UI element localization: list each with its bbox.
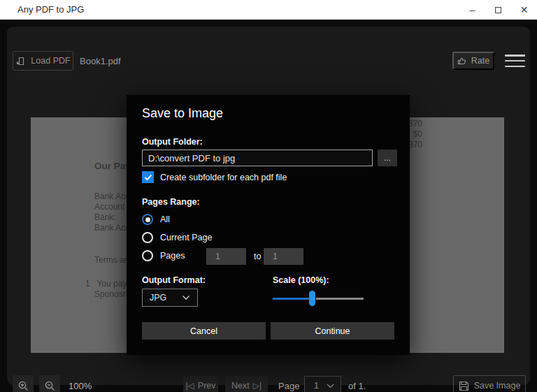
save-image-label: Save Image (474, 381, 521, 391)
radio-all-row[interactable]: All (142, 214, 170, 225)
output-format-select[interactable]: JPG (142, 289, 198, 307)
save-to-image-dialog: Save to Image Output Folder: ... Create … (127, 95, 410, 355)
scale-label: Scale (100%): (273, 275, 329, 285)
radio-current-page-row[interactable]: Current Page (142, 232, 212, 243)
rate-label: Rate (471, 56, 489, 66)
menu-icon (505, 55, 525, 57)
output-folder-label: Output Folder: (142, 137, 203, 147)
doc-amount: 370 (408, 119, 422, 129)
cancel-button[interactable]: Cancel (142, 322, 266, 340)
radio-all-label: All (160, 215, 170, 224)
next-icon: ▷| (253, 381, 262, 391)
window-title: Any PDF to JPG (17, 4, 84, 15)
window-controls: – ✕ (459, 0, 537, 20)
doc-line: Bank: (94, 212, 116, 222)
check-icon (144, 174, 152, 181)
prev-page-button[interactable]: |◁ Prev (183, 376, 218, 392)
close-button[interactable]: ✕ (511, 0, 537, 20)
page-number-value: 1 (314, 381, 319, 391)
pages-to-label: to (254, 252, 261, 261)
chevron-down-icon (327, 384, 334, 389)
zoom-out-icon (44, 380, 56, 392)
zoom-in-icon (17, 380, 29, 392)
format-value: JPG (150, 293, 166, 303)
load-pdf-button[interactable]: Load PDF (13, 51, 73, 71)
subfolder-checkbox[interactable] (142, 171, 154, 183)
minimize-button[interactable]: – (459, 0, 485, 20)
radio-pages[interactable] (142, 250, 153, 261)
subfolder-checkbox-row[interactable]: Create subfolder for each pdf file (142, 171, 287, 183)
zoom-level: 100% (69, 381, 92, 391)
slider-track-active[interactable] (273, 298, 312, 300)
rate-button[interactable]: Rate (452, 52, 494, 70)
titlebar: Any PDF to JPG – ✕ (0, 0, 537, 20)
page-count-label: of 1. (348, 381, 366, 391)
menu-button[interactable] (505, 55, 525, 67)
save-image-button[interactable]: Save Image (453, 375, 526, 392)
scale-slider[interactable] (273, 291, 364, 306)
zoom-out-button[interactable] (39, 375, 60, 392)
next-label: Next (231, 381, 250, 391)
output-format-label: Output Format: (142, 275, 206, 285)
page-number-select[interactable]: 1 (304, 376, 341, 392)
document-amounts: 370 $0 370 (408, 119, 422, 150)
doc-heading: Our Pay (94, 161, 131, 171)
browse-folder-button[interactable]: ... (378, 150, 397, 166)
pages-to-input[interactable] (264, 248, 303, 265)
pages-from-input[interactable] (206, 248, 246, 265)
radio-current-page-label: Current Page (160, 233, 212, 242)
dialog-title: Save to Image (142, 106, 223, 121)
slider-track-rest[interactable] (316, 298, 364, 300)
doc-amount: $0 (408, 129, 422, 140)
load-pdf-icon (15, 56, 26, 66)
zoom-in-button[interactable] (13, 375, 34, 392)
loaded-filename: Book1.pdf (80, 51, 121, 71)
output-folder-input[interactable] (142, 150, 373, 166)
close-icon: ✕ (520, 4, 529, 15)
app-body: Load PDF Book1.pdf Rate 370 $0 370 Our P… (0, 20, 537, 392)
load-pdf-label: Load PDF (31, 56, 70, 66)
subfolder-checkbox-label: Create subfolder for each pdf file (160, 173, 287, 182)
next-page-button[interactable]: Next ▷| (225, 376, 268, 392)
maximize-button[interactable] (485, 0, 511, 20)
minimize-icon: – (470, 4, 475, 15)
thumbs-up-icon (457, 56, 467, 66)
maximize-icon (495, 7, 501, 13)
app-window: Any PDF to JPG – ✕ Load PDF Book1.pdf (0, 0, 537, 392)
doc-amount: 370 (408, 140, 422, 150)
continue-button[interactable]: Continue (271, 322, 394, 340)
radio-pages-label: Pages (160, 251, 185, 261)
prev-icon: |◁ (185, 381, 194, 391)
radio-all[interactable] (142, 214, 153, 225)
chevron-down-icon (182, 295, 190, 300)
pages-range-label: Pages Range: (142, 197, 200, 207)
save-icon (459, 381, 469, 391)
radio-current-page[interactable] (142, 232, 153, 243)
prev-label: Prev (198, 381, 216, 391)
page-label: Page (278, 381, 299, 391)
radio-pages-row[interactable]: Pages (142, 250, 185, 261)
slider-thumb[interactable] (309, 291, 315, 306)
